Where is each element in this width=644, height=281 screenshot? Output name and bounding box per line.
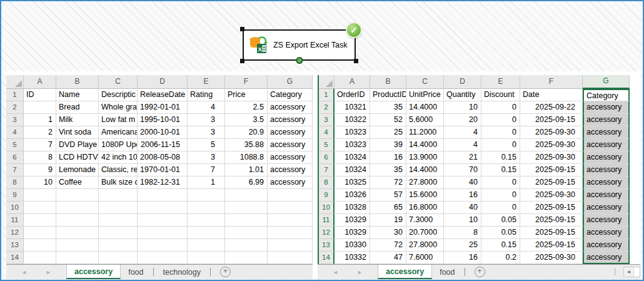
cell[interactable]: 2 bbox=[24, 126, 56, 139]
cell[interactable]: 0 bbox=[481, 139, 520, 151]
cell[interactable]: 25 bbox=[370, 126, 406, 139]
cell[interactable]: 0.2 bbox=[481, 252, 520, 264]
cell[interactable]: Quantity bbox=[444, 89, 481, 101]
cell[interactable]: 72 bbox=[370, 176, 406, 189]
cell[interactable] bbox=[268, 252, 313, 264]
cell[interactable]: 2.5 bbox=[225, 101, 268, 114]
cell[interactable] bbox=[56, 202, 99, 214]
cell[interactable]: 14.4000 bbox=[406, 164, 444, 176]
cell[interactable] bbox=[225, 189, 268, 202]
cell[interactable]: accessory bbox=[268, 164, 313, 176]
row-header-7[interactable]: 7 bbox=[6, 164, 24, 176]
cell[interactable]: 1982-12-31 bbox=[138, 176, 188, 189]
cell[interactable] bbox=[225, 252, 268, 264]
cell[interactable]: Vint soda bbox=[56, 126, 99, 139]
cell[interactable] bbox=[188, 239, 225, 252]
cell[interactable]: 0 bbox=[481, 114, 520, 126]
cell[interactable]: LCD HDTV bbox=[56, 151, 99, 164]
resize-handle-bottom-left[interactable] bbox=[240, 59, 244, 63]
cell[interactable]: 5.6000 bbox=[406, 114, 444, 126]
cell[interactable]: 7.6000 bbox=[406, 252, 444, 264]
cell[interactable] bbox=[268, 202, 313, 214]
cell[interactable]: 16 bbox=[370, 151, 406, 164]
row-header-10[interactable]: 10 bbox=[6, 202, 24, 214]
cell[interactable]: 2025-09-22 bbox=[520, 101, 583, 114]
cell[interactable]: 2025-09-15 bbox=[520, 176, 583, 189]
cell[interactable]: Classic, re bbox=[99, 164, 138, 176]
cell[interactable]: 2025-09-15 bbox=[520, 227, 583, 239]
column-header-C[interactable]: C bbox=[99, 75, 138, 89]
row-header-5[interactable]: 5 bbox=[319, 139, 335, 151]
cell[interactable]: 1 bbox=[188, 176, 225, 189]
cell[interactable]: 19 bbox=[370, 214, 406, 227]
cell[interactable]: 42 inch 10 bbox=[99, 151, 138, 164]
cell[interactable]: 72 bbox=[370, 239, 406, 252]
cell[interactable] bbox=[24, 214, 56, 227]
cell[interactable]: 8 bbox=[444, 227, 481, 239]
cell[interactable]: 40 bbox=[444, 176, 481, 189]
cell[interactable]: 11.2000 bbox=[406, 126, 444, 139]
cell[interactable]: accessory bbox=[583, 126, 630, 139]
cell[interactable]: 2025-09-30 bbox=[520, 126, 583, 139]
cell[interactable]: 4 bbox=[444, 139, 481, 151]
row-header-3[interactable]: 3 bbox=[6, 114, 24, 126]
cell[interactable]: 10324 bbox=[335, 151, 370, 164]
cell[interactable]: 0.05 bbox=[481, 214, 520, 227]
column-header-D[interactable]: D bbox=[138, 75, 188, 89]
cell[interactable]: 2025-09-30 bbox=[520, 252, 583, 264]
zs-export-excel-task[interactable]: X ZS Export Excel Task ✓ bbox=[243, 29, 356, 61]
cell[interactable]: Milk bbox=[56, 114, 99, 126]
new-sheet-button[interactable]: + bbox=[475, 265, 485, 279]
cell[interactable] bbox=[56, 214, 99, 227]
cell[interactable]: 2008-05-08 bbox=[138, 151, 188, 164]
cell[interactable]: Discount bbox=[481, 89, 520, 101]
cell[interactable]: 1970-01-01 bbox=[138, 164, 188, 176]
cell[interactable] bbox=[56, 239, 99, 252]
cell[interactable] bbox=[99, 189, 138, 202]
cell[interactable]: Price bbox=[225, 89, 268, 101]
cell[interactable] bbox=[138, 252, 188, 264]
sheet-tab-accessory[interactable]: accessory bbox=[378, 265, 432, 279]
cell[interactable]: 7 bbox=[188, 164, 225, 176]
cell[interactable]: Rating bbox=[188, 89, 225, 101]
row-header-11[interactable]: 11 bbox=[319, 214, 335, 227]
cell[interactable] bbox=[138, 189, 188, 202]
cell[interactable]: 65 bbox=[370, 202, 406, 214]
cell[interactable] bbox=[188, 227, 225, 239]
cell[interactable]: 20 bbox=[444, 114, 481, 126]
cell[interactable]: 10 bbox=[444, 214, 481, 227]
cell[interactable]: Bulk size c bbox=[99, 176, 138, 189]
cell[interactable]: 1995-10-01 bbox=[138, 114, 188, 126]
cell[interactable]: 10 bbox=[444, 101, 481, 114]
row-header-8[interactable]: 8 bbox=[6, 176, 24, 189]
cell[interactable] bbox=[56, 227, 99, 239]
cell[interactable]: 3.5 bbox=[225, 114, 268, 126]
cell[interactable]: 10328 bbox=[335, 202, 370, 214]
row-header-10[interactable]: 10 bbox=[319, 202, 335, 214]
cell[interactable]: 1 bbox=[24, 114, 56, 126]
cell[interactable]: 6.99 bbox=[225, 176, 268, 189]
row-header-6[interactable]: 6 bbox=[6, 151, 24, 164]
cell[interactable]: 2025-09-15 bbox=[520, 239, 583, 252]
cell[interactable]: 10323 bbox=[335, 139, 370, 151]
sheet-tab-food[interactable]: food bbox=[432, 265, 462, 279]
cell[interactable]: accessory bbox=[583, 114, 630, 126]
column-header-F[interactable]: F bbox=[225, 75, 268, 89]
column-header-E[interactable]: E bbox=[481, 75, 520, 89]
cell[interactable]: 2025-09-30 bbox=[520, 139, 583, 151]
splitter-grip-icon[interactable]: ⋮ bbox=[611, 268, 618, 276]
cell[interactable]: 0.15 bbox=[481, 151, 520, 164]
tab-scroll-left-icon[interactable]: ◄ bbox=[21, 269, 27, 275]
cell[interactable]: 0.15 bbox=[481, 164, 520, 176]
cell[interactable]: 39 bbox=[370, 139, 406, 151]
cell[interactable]: 14.4000 bbox=[406, 101, 444, 114]
cell[interactable]: Low fat m bbox=[99, 114, 138, 126]
cell[interactable]: 21 bbox=[444, 151, 481, 164]
tab-scroll-left-icon[interactable]: ◄ bbox=[333, 269, 338, 275]
row-header-7[interactable]: 7 bbox=[319, 164, 335, 176]
column-header-G[interactable]: G bbox=[268, 75, 313, 89]
cell[interactable]: 1080P Upc bbox=[99, 139, 138, 151]
cell[interactable]: accessory bbox=[583, 252, 630, 264]
cell[interactable]: 47 bbox=[370, 252, 406, 264]
cell[interactable]: accessory bbox=[583, 214, 630, 227]
